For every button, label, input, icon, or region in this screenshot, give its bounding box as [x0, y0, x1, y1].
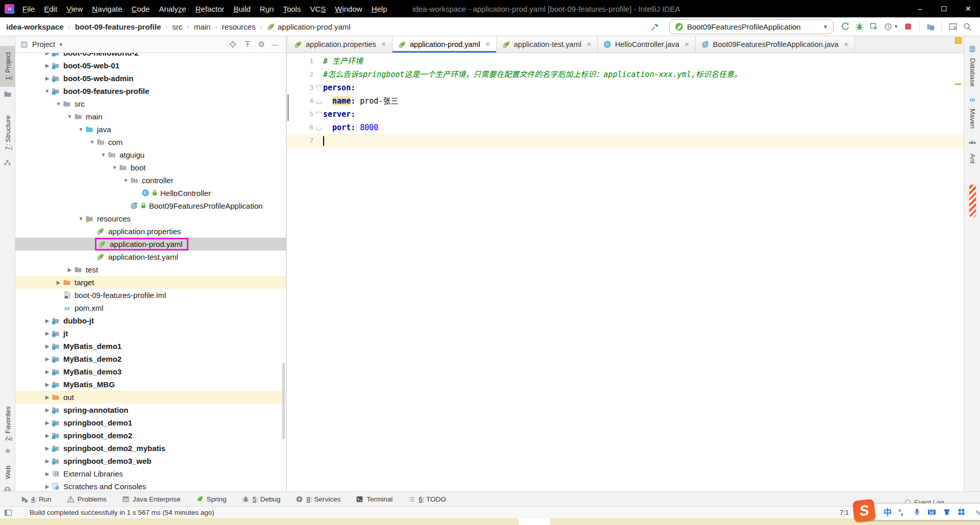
breadcrumb-main[interactable]: main — [194, 22, 211, 31]
collapsed-arrow-icon[interactable]: ▶ — [43, 76, 52, 81]
tree-scrollbar[interactable] — [282, 363, 285, 439]
tab-boot09featuresprofileapplication-java[interactable]: CBoot09FeaturesProfileApplication.java ✕ — [696, 36, 855, 53]
tree-item-boot-09-features-profile-iml[interactable]: boot-09-features-profile.iml — [15, 289, 286, 302]
tree-item-mybatis-demo1[interactable]: ▶MyBatis_demo1 — [15, 340, 286, 353]
tree-item-java[interactable]: ▼java — [15, 123, 286, 136]
menu-window[interactable]: Window — [335, 5, 362, 13]
tree-item-springboot-demo2-mybatis[interactable]: ▶springboot_demo2_mybatis — [15, 442, 286, 455]
fold-marker-icon[interactable] — [316, 85, 322, 90]
build-hammer-icon[interactable] — [650, 22, 660, 32]
tab-application-prod-yaml[interactable]: application-prod.yaml ✕ — [393, 36, 497, 53]
profiler-button[interactable]: ▼ — [884, 22, 898, 31]
stop-button[interactable] — [903, 22, 913, 31]
toolwindow-6-todo[interactable]: 6: TODO — [408, 495, 446, 503]
stripe-7-structure[interactable]: 7: Structure — [0, 108, 15, 157]
line-number[interactable]: 5 — [287, 108, 313, 121]
tree-item-main[interactable]: ▼main — [15, 110, 286, 123]
expanded-arrow-icon[interactable]: ▼ — [121, 178, 130, 183]
expanded-arrow-icon[interactable]: ▼ — [43, 88, 52, 94]
collapsed-arrow-icon[interactable]: ▶ — [43, 369, 52, 374]
hide-panel-icon[interactable]: — — [272, 40, 279, 48]
toolwindow-java-enterprise[interactable]: Java Enterprise — [122, 495, 181, 503]
maximize-button[interactable]: ☐ — [932, 0, 956, 17]
code-editor[interactable]: 1 # 生产环境 2 #怎么告诉springboot这是一个生产环境，只需要在配… — [287, 53, 964, 491]
breadcrumb-boot-09-features-profile[interactable]: boot-09-features-profile — [75, 22, 161, 31]
toolwindow-4-run[interactable]: 4: Run — [20, 495, 52, 503]
line-number[interactable]: 6 — [287, 121, 313, 134]
tree-item-external-libraries[interactable]: ▶External Libraries — [15, 467, 286, 480]
ime-keyboard-icon[interactable] — [927, 508, 936, 516]
menu-analyze[interactable]: Analyze — [159, 5, 186, 13]
breadcrumb-src[interactable]: src — [173, 22, 183, 31]
tree-item-test[interactable]: ▶test — [15, 263, 286, 276]
collapsed-arrow-icon[interactable]: ▶ — [54, 280, 63, 285]
collapsed-arrow-icon[interactable]: ▶ — [43, 356, 52, 362]
line-number[interactable]: 4 — [287, 94, 313, 108]
breadcrumb-idea-workspace[interactable]: idea-workspace — [6, 22, 64, 31]
tree-item-boot-05-web-admin[interactable]: ▶boot-05-web-admin — [15, 72, 286, 85]
tree-item-jt[interactable]: ▶jt — [15, 327, 286, 340]
stripe-2-favorites[interactable]: 2: Favorites — [0, 403, 15, 444]
ime-punctuation-icon[interactable]: °， — [898, 507, 906, 517]
tree-item-resources[interactable]: ▼resources — [15, 212, 286, 225]
ime-pen-icon[interactable]: ✎ — [975, 509, 980, 517]
tree-item-boot09featuresprofileapplication[interactable]: CBoot09FeaturesProfileApplication — [15, 199, 286, 212]
collapsed-arrow-icon[interactable]: ▶ — [43, 484, 52, 489]
line-number[interactable]: 1 — [287, 55, 313, 68]
breadcrumb-resources[interactable]: resources — [222, 22, 256, 31]
collapsed-arrow-icon[interactable]: ▶ — [43, 445, 52, 451]
tab-application-test-yaml[interactable]: application-test.yaml ✕ — [497, 36, 598, 53]
menu-run[interactable]: Run — [260, 5, 274, 13]
toolwindow-toggle-icon[interactable] — [4, 509, 12, 517]
close-button[interactable]: ✕ — [956, 0, 980, 17]
close-tab-icon[interactable]: ✕ — [485, 41, 491, 48]
ime-chinese-mode-icon[interactable]: 中 — [884, 506, 892, 518]
tree-item-mybatis-demo2[interactable]: ▶MyBatis_demo2 — [15, 353, 286, 365]
menu-navigate[interactable]: Navigate — [92, 5, 122, 13]
menu-refactor[interactable]: Refactor — [195, 5, 225, 13]
tree-item-scratches-and-consoles[interactable]: ▶Scratches and Consoles — [15, 480, 286, 492]
collapsed-arrow-icon[interactable]: ▶ — [43, 331, 52, 336]
close-tab-icon[interactable]: ✕ — [844, 41, 849, 48]
project-panel-title[interactable]: Project — [32, 40, 55, 48]
locate-file-icon[interactable] — [229, 40, 237, 48]
menu-vcs[interactable]: VCS — [310, 5, 326, 13]
sogou-logo-icon[interactable]: S — [852, 499, 876, 522]
fold-marker-icon[interactable] — [316, 112, 322, 117]
tree-item-spring-annotation[interactable]: ▶spring-annotation — [15, 404, 286, 416]
tab-hellocontroller-java[interactable]: CHelloController.java ✕ — [598, 36, 696, 53]
tree-item-out[interactable]: ▶out — [15, 391, 286, 404]
stripe-web[interactable]: Web — [0, 461, 15, 484]
settings-gear-icon[interactable]: ⚙ — [258, 40, 265, 49]
close-tab-icon[interactable]: ✕ — [586, 41, 592, 48]
collapse-all-icon[interactable] — [243, 40, 252, 48]
ime-microphone-icon[interactable] — [913, 508, 921, 516]
collapsed-arrow-icon[interactable]: ▶ — [43, 433, 52, 438]
line-number[interactable]: 3 — [287, 81, 313, 94]
tree-item-application-properties[interactable]: application.properties — [15, 225, 286, 238]
collapsed-arrow-icon[interactable]: ▶ — [65, 267, 74, 272]
expanded-arrow-icon[interactable]: ▼ — [88, 139, 96, 145]
fold-marker-icon[interactable] — [316, 125, 322, 130]
close-tab-icon[interactable]: ✕ — [684, 41, 690, 48]
stripe-ant[interactable]: Ant — [964, 148, 980, 169]
menu-tools[interactable]: Tools — [283, 5, 301, 13]
chevron-down-icon[interactable]: ▼ — [58, 42, 63, 47]
tree-item-atguigu[interactable]: ▼atguigu — [15, 148, 286, 161]
collapsed-arrow-icon[interactable]: ▶ — [43, 318, 52, 323]
collapsed-arrow-icon[interactable]: ▶ — [43, 343, 52, 349]
tree-item-controller[interactable]: ▼controller — [15, 174, 286, 187]
stripe-maven[interactable]: Maven — [964, 104, 980, 134]
tree-item-springboot-demo2[interactable]: ▶springboot_demo2 — [15, 429, 286, 442]
collapsed-arrow-icon[interactable]: ▶ — [43, 53, 52, 56]
toolwindow-5-debug[interactable]: 5: Debug — [242, 495, 281, 503]
breadcrumb-application-prod-yaml[interactable]: application-prod.yaml — [267, 22, 351, 31]
expanded-arrow-icon[interactable]: ▼ — [65, 114, 74, 119]
debug-button[interactable] — [855, 22, 864, 31]
expanded-arrow-icon[interactable]: ▼ — [77, 216, 85, 221]
ime-menu-icon[interactable] — [958, 508, 965, 516]
line-number[interactable]: 7 — [287, 134, 313, 147]
caret-position[interactable]: 7:1 — [840, 509, 849, 516]
menu-edit[interactable]: Edit — [44, 5, 57, 13]
tree-item-hellocontroller[interactable]: CHelloController — [15, 187, 286, 199]
